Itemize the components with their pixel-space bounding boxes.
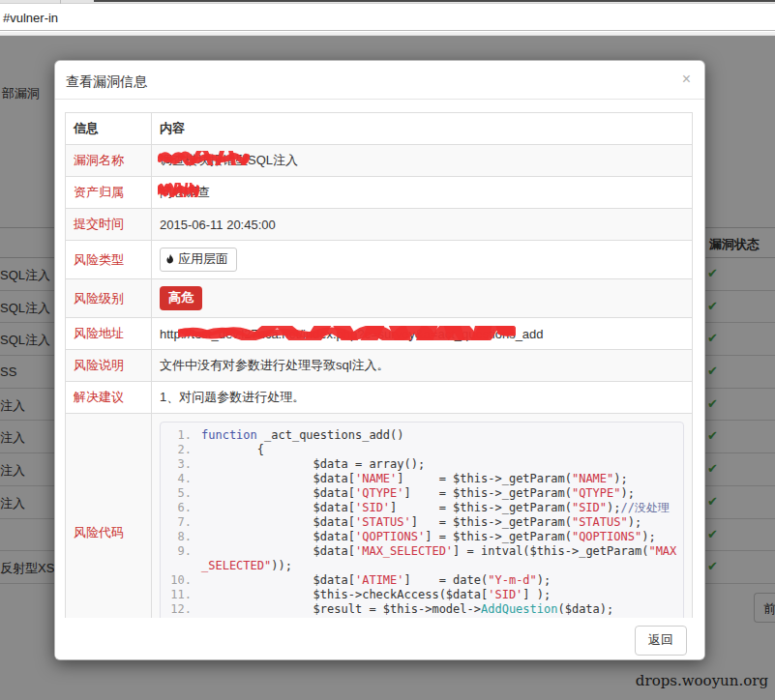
code-text: $data['ATIME'] = date("Y-m-d"); [201, 573, 551, 588]
line-number [166, 559, 192, 573]
column-header-content: 内容 [152, 113, 693, 145]
submit-time-value: 2015-06-11 20:45:00 [152, 209, 693, 241]
risk-type-badge: 应用层面 [160, 248, 237, 272]
code-text: $data['NAME'] = $this->_getParam("NAME")… [201, 472, 628, 486]
modal-body: 信息 内容 漏洞名称 调查模块报错型SQL注入 资产归属 问卷调查 [55, 100, 704, 653]
risk-level-badge: 高危 [160, 286, 202, 310]
code-text: $data = array(); [201, 457, 425, 472]
row-label-risk-addr: 风险地址 [66, 318, 152, 350]
code-line: 5. $data['QTYPE'] = $this->_getParam("QT… [166, 486, 679, 501]
row-label-risk-code: 风险代码 [66, 414, 152, 653]
code-line: 10. $data['ATIME'] = date("Y-m-d"); [166, 573, 679, 588]
code-text: $data['STATUS'] = $this->_getParam("STAT… [201, 515, 641, 530]
back-button[interactable]: 返回 [635, 626, 687, 656]
vuln-info-modal: 查看漏洞信息 × 信息 内容 漏洞名称 调查模块报错型SQL注入 资产归属 [54, 60, 705, 660]
code-line: 11. $this->checkAccess($data['SID'] ); [166, 588, 679, 602]
redacted-url: //test_dev.l27uca.net/index.php?c=survey… [184, 327, 509, 341]
vuln-name-value: 调查模块报错型SQL注入 [152, 145, 693, 177]
code-line: 8. $data['QOPTIONS'] = $this->_getParam(… [166, 530, 679, 544]
tab-top-edge [94, 0, 775, 2]
row-label-advice: 解决建议 [66, 382, 152, 414]
risk-level-value: 高危 [152, 279, 693, 318]
redacted-asset: 问卷调查 [160, 184, 210, 201]
risk-type-badge-label: 应用层面 [178, 250, 228, 268]
line-number: 10. [166, 573, 192, 588]
code-line: _SELECTED")); [166, 559, 679, 573]
line-number: 6. [166, 501, 192, 515]
row-label-submit-time: 提交时间 [66, 209, 152, 241]
code-line: 6. $data['SID'] = $this->_getParam("SID"… [166, 501, 679, 515]
line-number: 7. [166, 515, 192, 530]
table-row: 风险类型 应用层面 [66, 241, 693, 279]
line-number: 3. [166, 457, 192, 472]
code-line: 1.function _act_questions_add() [166, 428, 679, 443]
column-header-info: 信息 [66, 113, 152, 145]
code-text: $data['MAX_SELECTED'] = intval($this->_g… [201, 544, 676, 559]
close-icon[interactable]: × [682, 72, 691, 86]
asset-value: 问卷调查 [152, 177, 693, 209]
table-row: 风险地址 http://test_dev.l27uca.net/index.ph… [66, 318, 693, 350]
flame-icon [165, 253, 175, 266]
risk-desc-value: 文件中没有对参数进行处理导致sql注入。 [152, 350, 693, 382]
advice-value: 1、对问题参数进行处理。 [152, 382, 693, 414]
table-row: 漏洞名称 调查模块报错型SQL注入 [66, 145, 693, 177]
code-text: $data['QOPTIONS'] = $this->_getParam("QO… [201, 530, 656, 544]
table-row: 提交时间 2015-06-11 20:45:00 [66, 209, 693, 241]
line-number: 1. [166, 428, 192, 443]
table-row: 风险说明 文件中没有对参数进行处理导致sql注入。 [66, 350, 693, 382]
line-number: 8. [166, 530, 192, 544]
code-text: { [201, 443, 264, 457]
code-text: $data['SID'] = $this->_getParam("SID");/… [201, 501, 670, 515]
code-text: $data['QTYPE'] = $this->_getParam("QTYPE… [201, 486, 635, 501]
table-row: 解决建议 1、对问题参数进行处理。 [66, 382, 693, 414]
table-row: 资产归属 问卷调查 [66, 177, 693, 209]
code-text: _SELECTED")); [201, 559, 292, 573]
risk-addr-value: http://test_dev.l27uca.net/index.php?c=s… [152, 318, 693, 350]
row-label-risk-type: 风险类型 [66, 241, 152, 279]
row-label-vuln-name: 漏洞名称 [66, 145, 152, 177]
risk-type-value: 应用层面 [152, 241, 693, 279]
code-block[interactable]: 1.function _act_questions_add()2. {3. $d… [160, 422, 684, 644]
code-line: 2. { [166, 443, 679, 457]
code-line: 3. $data = array(); [166, 457, 679, 472]
code-line: 7. $data['STATUS'] = $this->_getParam("S… [166, 515, 679, 530]
address-bar-text: #vulner-in [3, 11, 58, 25]
row-label-risk-level: 风险级别 [66, 279, 152, 318]
code-line: 4. $data['NAME'] = $this->_getParam("NAM… [166, 472, 679, 486]
code-line: 12. $result = $this->model->AddQuestion(… [166, 602, 679, 617]
watermark-text: drops.wooyun.org [636, 672, 768, 689]
modal-header: 查看漏洞信息 × [55, 61, 704, 100]
redacted-vuln-name: 调查模块报错型 [160, 152, 248, 169]
line-number: 2. [166, 443, 192, 457]
row-label-asset: 资产归属 [66, 177, 152, 209]
address-bar[interactable]: #vulner-in [0, 4, 775, 31]
line-number: 5. [166, 486, 192, 501]
vuln-info-table: 信息 内容 漏洞名称 调查模块报错型SQL注入 资产归属 问卷调查 [65, 112, 693, 653]
code-line: 9. $data['MAX_SELECTED'] = intval($this-… [166, 544, 679, 559]
modal-title: 查看漏洞信息 [66, 73, 147, 89]
code-text: function _act_questions_add() [201, 428, 404, 443]
code-text: $this->checkAccess($data['SID'] ); [201, 588, 551, 602]
line-number: 9. [166, 544, 192, 559]
code-text: $result = $this->model->AddQuestion($dat… [201, 602, 613, 617]
line-number: 12. [166, 602, 192, 617]
row-label-risk-desc: 风险说明 [66, 350, 152, 382]
table-row: 风险代码 1.function _act_questions_add()2. {… [66, 414, 693, 653]
table-row: 风险级别 高危 [66, 279, 693, 318]
line-number: 11. [166, 588, 192, 602]
risk-code-cell: 1.function _act_questions_add()2. {3. $d… [152, 414, 693, 653]
modal-footer: 返回 [55, 618, 704, 659]
line-number: 4. [166, 472, 192, 486]
